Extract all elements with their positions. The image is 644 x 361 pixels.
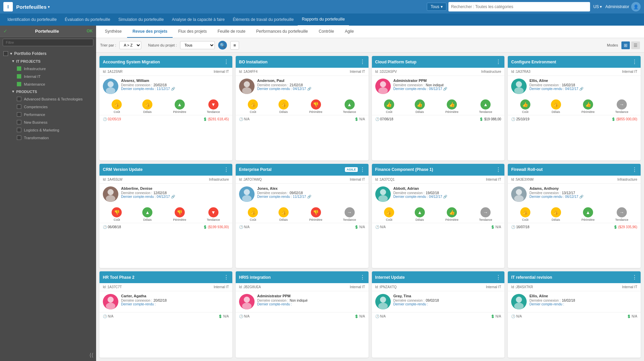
card-title: HR Tool Phase 2	[103, 275, 224, 280]
maintenance-checkbox[interactable]	[17, 82, 21, 86]
tab-controle[interactable]: Contrôle	[313, 26, 339, 38]
card-report[interactable]: Dernier compte-rendu :	[529, 302, 637, 306]
report-date[interactable]: 11/12/17	[293, 195, 306, 199]
tab-synthese[interactable]: Synthèse	[99, 26, 127, 38]
sidebar-item-performance[interactable]: Performance	[3, 111, 96, 118]
card-info: Adams, Anthony Dernière connexion : 13/1…	[529, 186, 637, 199]
card-menu-icon[interactable]: ⋮	[360, 274, 365, 280]
card-header: Accounting System Migration ⋮	[99, 56, 232, 68]
nav-rapports[interactable]: Rapports du portefeuille	[298, 13, 349, 26]
performance-checkbox[interactable]	[17, 112, 21, 117]
card-report[interactable]: Dernier compte-rendu : 04/12/17 🔗	[257, 87, 365, 91]
indicators-row: 👍 Coût 👍 Délais 👎 Périmètre → Tendance	[236, 205, 369, 223]
lang-button[interactable]: US ▾	[593, 4, 602, 9]
indicator-label: Périmètre	[445, 110, 459, 114]
sidebar-item-internal-it[interactable]: Internal IT	[3, 72, 96, 80]
indicator-label: Périmètre	[582, 110, 595, 114]
report-date[interactable]: 04/12/17	[429, 195, 442, 199]
card-report[interactable]: Dernier compte-rendu :	[121, 302, 229, 306]
sidebar-item-transformation[interactable]: Transformation	[3, 134, 96, 142]
transformation-checkbox[interactable]	[17, 136, 21, 140]
card-info: Ellis, Aline Dernière connexion : 16/02/…	[529, 294, 637, 306]
card-budget: 💲 ($855 000,00)	[611, 117, 637, 121]
sidebar-item-infrastructure[interactable]: Infrastructure	[3, 65, 96, 72]
card-menu-icon[interactable]: ⋮	[632, 274, 637, 280]
sidebar-filter-input[interactable]	[3, 39, 93, 46]
card-report[interactable]: Dernier compte-rendu :	[257, 302, 365, 306]
sidebar-item-advanced[interactable]: Advanced Business & Technologies	[3, 95, 96, 103]
card-menu-icon[interactable]: ⋮	[496, 274, 501, 280]
report-date[interactable]: 11/12/17	[157, 87, 170, 91]
nav-simulation[interactable]: Simulation du portefeuille	[114, 13, 168, 26]
nav-identification[interactable]: Identification du portefeuille	[3, 13, 61, 26]
infrastructure-checkbox[interactable]	[17, 66, 21, 71]
card-menu-icon[interactable]: ⋮	[360, 59, 365, 65]
sidebar-item-maintenance[interactable]: Maintenance	[3, 80, 96, 88]
grid-view-button[interactable]: ⊞	[621, 41, 630, 49]
sidebar-item-new-business[interactable]: New Business	[3, 118, 96, 126]
sidebar-collapse-button[interactable]: ⟨⟨	[0, 349, 96, 361]
sort-select[interactable]: A > Z Z > A Date	[119, 41, 141, 49]
report-date[interactable]: 06/12/17	[565, 195, 578, 199]
card-menu-icon[interactable]: ⋮	[632, 59, 637, 65]
new-business-checkbox[interactable]	[17, 120, 21, 124]
app-title[interactable]: Portefeuilles ▾	[16, 4, 50, 10]
card-report[interactable]: Dernier compte-rendu : 04/12/17 🔗	[393, 195, 501, 199]
list-view-button[interactable]: ☰	[631, 41, 640, 49]
card-menu-icon[interactable]: ⋮	[224, 274, 229, 280]
advanced-checkbox[interactable]	[17, 97, 21, 101]
sidebar-it-projects-header[interactable]: ▾ IT PROJECTS	[3, 58, 96, 65]
tab-feuille[interactable]: Feuille de route	[212, 26, 251, 38]
card-report[interactable]: Dernier compte-rendu : 04/12/17 🔗	[529, 87, 637, 91]
card-report[interactable]: Dernier compte-rendu : 11/12/17 🔗	[121, 87, 229, 91]
filter-button[interactable]: ≡	[230, 41, 239, 50]
card-menu-icon[interactable]: ⋮	[360, 167, 365, 173]
portfolio-checkbox[interactable]	[3, 51, 8, 56]
card-menu-icon[interactable]: ⋮	[224, 59, 229, 65]
nav-evaluation[interactable]: Évaluation du portefeuille	[61, 13, 114, 26]
sidebar-products-header[interactable]: ▾ PRODUCTS	[3, 88, 96, 95]
tab-performances[interactable]: Performances du portefeuille	[251, 26, 313, 38]
card-menu-icon[interactable]: ⋮	[496, 59, 501, 65]
card-type: Internal IT	[214, 285, 229, 289]
card-menu-icon[interactable]: ⋮	[632, 167, 637, 173]
card-report[interactable]: Dernier compte-rendu : 06/12/17 🔗	[393, 87, 501, 91]
nature-select[interactable]: Tous Infrastructure Internal IT	[180, 41, 215, 49]
tab-flux[interactable]: Flux des projets	[173, 26, 212, 38]
report-date[interactable]: 04/12/17	[293, 87, 306, 91]
card-report[interactable]: Dernier compte-rendu : 11/12/17 🔗	[257, 195, 365, 199]
card-person-name: Carter, Agatha	[121, 294, 229, 298]
user-area[interactable]: Administrator 👤	[605, 2, 641, 11]
logistics-checkbox[interactable]	[17, 128, 21, 132]
card-person: Anderson, Paul Dernière connexion : 21/0…	[239, 79, 365, 94]
card-title: Internet Update	[375, 275, 496, 280]
report-date[interactable]: 06/12/17	[429, 87, 442, 91]
sidebar-folder-portfolio[interactable]: ▾ Portfolio Folders	[0, 50, 96, 58]
card-report[interactable]: Dernier compte-rendu : 04/12/17 🔗	[121, 195, 229, 199]
sidebar-ok-button[interactable]: OK	[87, 29, 93, 33]
sidebar-item-competencies[interactable]: Competencies	[3, 103, 96, 111]
nav-elements[interactable]: Éléments de travail du portefeuille	[229, 13, 298, 26]
indicator-label: Tendance	[479, 110, 492, 114]
last-login-date: 19/02/18	[426, 191, 439, 195]
card-person: Jones, Alex Dernière connexion : 09/02/1…	[239, 186, 365, 202]
card-report[interactable]: Dernier compte-rendu : 06/12/17 🔗	[529, 195, 637, 199]
search-button[interactable]: 🔍	[218, 41, 227, 50]
indicator-circle: 👍	[520, 207, 530, 217]
search-input[interactable]	[448, 2, 590, 11]
card-menu-icon[interactable]: ⋮	[496, 167, 501, 173]
internal-it-checkbox[interactable]	[17, 74, 21, 79]
card-report[interactable]: Dernier compte-rendu :	[393, 302, 501, 306]
indicator-circle: 👍	[520, 99, 530, 110]
report-date[interactable]: 04/12/17	[157, 195, 170, 199]
report-date[interactable]: 04/12/17	[565, 87, 578, 91]
tab-revue[interactable]: Revue des projets	[127, 26, 173, 38]
tab-agile[interactable]: Agile	[340, 26, 359, 38]
competencies-checkbox[interactable]	[17, 104, 21, 109]
nav-analyse[interactable]: Analyse de la capacité à faire	[168, 13, 229, 26]
card-menu-icon[interactable]: ⋮	[224, 167, 229, 173]
card-info: Alvarez, William Dernière connexion : 20…	[121, 79, 229, 91]
card-date: 🕐 25/10/19	[511, 117, 529, 121]
sidebar-item-logistics[interactable]: Logistics & Marketing	[3, 126, 96, 134]
tous-dropdown[interactable]: Tous ▾	[427, 3, 446, 11]
